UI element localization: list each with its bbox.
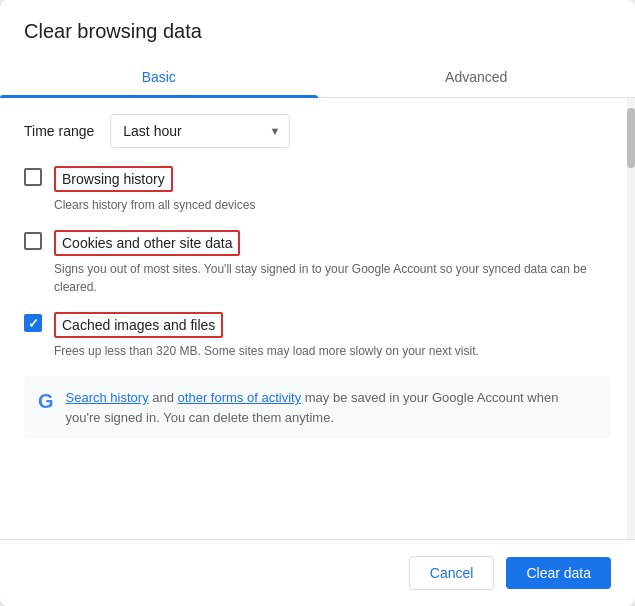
info-text-and: and	[152, 390, 177, 405]
search-history-link[interactable]: Search history	[66, 390, 149, 405]
item-desc-browsing-history: Clears history from all synced devices	[54, 196, 611, 214]
info-banner: G Search history and other forms of acti…	[24, 376, 611, 439]
info-banner-text: Search history and other forms of activi…	[66, 388, 597, 427]
time-range-select-wrapper: Last hour Last 24 hours Last 7 days Last…	[110, 114, 290, 148]
item-desc-cookies: Signs you out of most sites. You'll stay…	[54, 260, 611, 296]
time-range-row: Time range Last hour Last 24 hours Last …	[24, 114, 611, 148]
clear-data-button[interactable]: Clear data	[506, 557, 611, 589]
time-range-select[interactable]: Last hour Last 24 hours Last 7 days Last…	[110, 114, 290, 148]
item-content-cached: Cached images and files Frees up less th…	[54, 312, 611, 360]
scrollbar-track[interactable]	[627, 98, 635, 539]
other-activity-link[interactable]: other forms of activity	[178, 390, 302, 405]
dialog-title: Clear browsing data	[0, 0, 635, 55]
checkbox-browsing-history[interactable]	[24, 168, 42, 186]
item-content-browsing-history: Browsing history Clears history from all…	[54, 166, 611, 214]
checkbox-cookies[interactable]	[24, 232, 42, 250]
item-content-cookies: Cookies and other site data Signs you ou…	[54, 230, 611, 296]
content-area: Time range Last hour Last 24 hours Last …	[0, 98, 635, 539]
item-desc-cached: Frees up less than 320 MB. Some sites ma…	[54, 342, 611, 360]
dialog-footer: Cancel Clear data	[0, 539, 635, 606]
tab-basic[interactable]: Basic	[0, 55, 318, 97]
item-label-browsing-history: Browsing history	[62, 171, 165, 187]
cancel-button[interactable]: Cancel	[409, 556, 495, 590]
item-row-cookies: Cookies and other site data Signs you ou…	[24, 230, 611, 296]
tabs-bar: Basic Advanced	[0, 55, 635, 98]
checkbox-cached[interactable]	[24, 314, 42, 332]
item-row-cached: Cached images and files Frees up less th…	[24, 312, 611, 360]
item-label-cached: Cached images and files	[62, 317, 215, 333]
clear-browsing-data-dialog: Clear browsing data Basic Advanced Time …	[0, 0, 635, 606]
time-range-label: Time range	[24, 123, 94, 139]
tab-advanced[interactable]: Advanced	[318, 55, 636, 97]
scrollbar-thumb	[627, 108, 635, 168]
google-icon: G	[38, 390, 54, 413]
item-row-browsing-history: Browsing history Clears history from all…	[24, 166, 611, 214]
item-label-cookies: Cookies and other site data	[62, 235, 232, 251]
